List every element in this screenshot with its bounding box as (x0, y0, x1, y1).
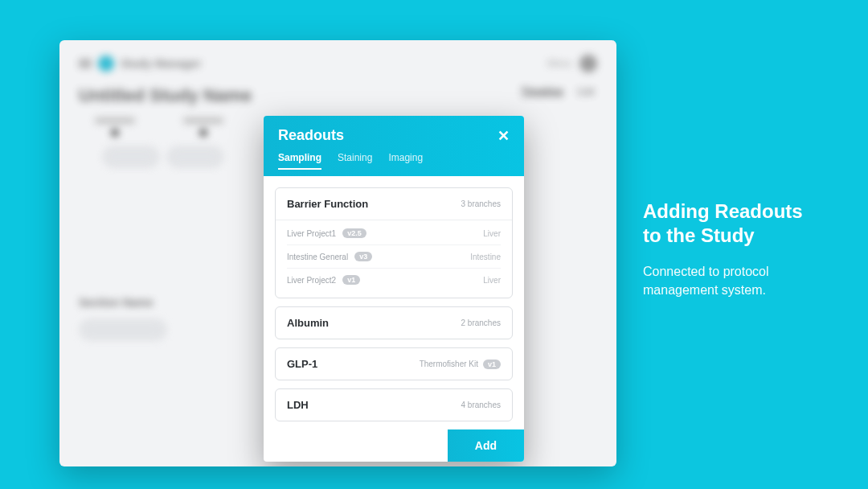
branch-tag: Liver (483, 229, 501, 238)
readout-card-glp1[interactable]: GLP-1 Thermofisher Kit v1 (275, 347, 513, 380)
modal-title: Readouts (278, 127, 344, 144)
branch-tag: Liver (483, 276, 501, 285)
tab-imaging[interactable]: Imaging (388, 152, 423, 170)
modal-tabs: Sampling Staining Imaging (278, 152, 510, 176)
chip-placeholder (103, 146, 159, 167)
readout-name: Albumin (287, 317, 329, 329)
modal-footer: Add (264, 429, 524, 462)
close-icon[interactable]: ✕ (497, 129, 510, 143)
slide-title: Adding Readouts to the Study (643, 199, 841, 248)
readout-name: GLP-1 (287, 358, 317, 370)
avatar (579, 55, 597, 72)
modal-body: Barrier Function 3 branches Liver Projec… (264, 176, 524, 429)
branch-row[interactable]: Liver Project1 v2.5 Liver (287, 222, 501, 245)
app-window: Study Manager Menu Untitled Study Name T… (59, 40, 616, 466)
tab-list: List (578, 85, 594, 97)
app-logo-icon (98, 55, 114, 72)
version-badge: v2.5 (342, 228, 366, 238)
version-badge: v1 (342, 275, 360, 285)
app-title: Study Manager (121, 57, 201, 70)
menu-icon (79, 59, 92, 68)
readout-card-barrier-function[interactable]: Barrier Function 3 branches Liver Projec… (275, 187, 513, 298)
branch-name: Liver Project1 (287, 229, 336, 238)
branch-name: Liver Project2 (287, 276, 336, 285)
readout-name: Barrier Function (287, 198, 368, 210)
branch-tag: Intestine (470, 253, 501, 261)
readout-kit: Thermofisher Kit v1 (420, 360, 501, 369)
slide-subtitle: Connected to protocol management system. (643, 262, 841, 299)
branches-list: Liver Project1 v2.5 Liver Intestine Gene… (276, 220, 512, 298)
readout-card-ldh[interactable]: LDH 4 branches (275, 388, 513, 421)
readout-card-albumin[interactable]: Albumin 2 branches (275, 306, 513, 339)
slide-title-line2: to the Study (643, 224, 755, 246)
pill-placeholder (79, 318, 167, 341)
add-button[interactable]: Add (448, 429, 524, 462)
version-badge: v3 (354, 252, 372, 261)
section-label: Section Name (79, 296, 167, 309)
page-title: Untitled Study Name (79, 85, 597, 106)
version-badge: v1 (483, 360, 501, 369)
modal-header: Readouts ✕ Sampling Staining Imaging (264, 116, 524, 176)
slide-title-line1: Adding Readouts (643, 200, 803, 222)
readout-meta: 4 branches (461, 401, 501, 409)
readout-name: LDH (287, 399, 309, 411)
readout-meta: 3 branches (461, 199, 501, 208)
tab-sampling[interactable]: Sampling (278, 152, 321, 170)
tab-timeline: Timeline (521, 85, 563, 97)
branch-row[interactable]: Intestine General v3 Intestine (287, 245, 501, 269)
tab-staining[interactable]: Staining (338, 152, 372, 170)
slide-caption: Adding Readouts to the Study Connected t… (643, 199, 841, 299)
branch-name: Intestine General (287, 253, 348, 261)
kit-label: Thermofisher Kit (420, 360, 478, 368)
readout-meta: 2 branches (461, 318, 501, 327)
chip-placeholder (167, 146, 223, 167)
menu-label: Menu (547, 58, 571, 69)
readouts-modal: Readouts ✕ Sampling Staining Imaging Bar… (264, 116, 524, 462)
branch-row[interactable]: Liver Project2 v1 Liver (287, 269, 501, 291)
